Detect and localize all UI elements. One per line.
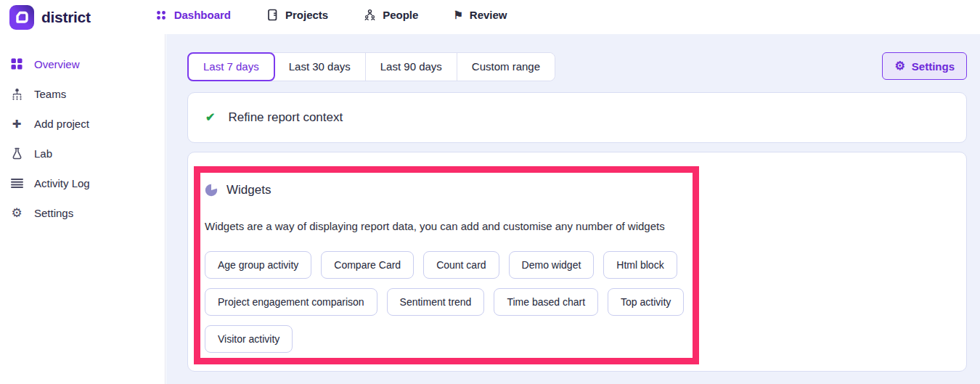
context-card-title: Refine report context — [228, 110, 343, 125]
nav-item-label: People — [383, 9, 418, 21]
widget-button-project-engagement-comparison[interactable]: Project engagement comparison — [205, 288, 377, 316]
nav-item-review[interactable]: ⚑ Review — [453, 9, 507, 21]
org-people-icon — [363, 9, 376, 22]
top-navbar: district Dashboard Projects — [0, 0, 980, 34]
widgets-title: Widgets — [226, 183, 271, 197]
flag-icon: ⚑ — [453, 9, 462, 20]
nav-item-projects[interactable]: Projects — [266, 9, 328, 22]
sidebar-item-label: Lab — [34, 147, 52, 160]
settings-button[interactable]: ⚙ Settings — [882, 52, 967, 80]
widget-button-row: Project engagement comparison Sentiment … — [205, 288, 685, 316]
widgets-card: Widgets Widgets are a way of displaying … — [187, 152, 967, 372]
widget-button-html-block[interactable]: Html block — [603, 251, 677, 279]
sidebar-item-label: Settings — [34, 207, 73, 219]
sidebar-item-label: Add project — [34, 118, 89, 130]
org-tree-icon — [10, 87, 23, 100]
widget-buttons: Age group activity Compare Card Count ca… — [205, 251, 685, 353]
tab-last-7-days[interactable]: Last 7 days — [187, 52, 275, 81]
grid-icon — [10, 57, 23, 70]
sidebar-item-lab[interactable]: Lab — [10, 143, 165, 163]
toolbar: Last 7 days Last 30 days Last 90 days Cu… — [187, 52, 967, 81]
notebook-icon — [266, 9, 279, 22]
sidebar-item-teams[interactable]: Teams — [10, 83, 165, 104]
widget-button-top-activity[interactable]: Top activity — [608, 288, 684, 316]
grid-dots-icon — [155, 9, 168, 22]
widget-button-row: Age group activity Compare Card Count ca… — [205, 251, 685, 279]
plus-icon: ✚ — [10, 117, 23, 130]
sidebar-item-settings[interactable]: ⚙ Settings — [10, 203, 165, 223]
tab-custom-range[interactable]: Custom range — [457, 53, 555, 81]
highlight-rectangle: Widgets Widgets are a way of displaying … — [194, 166, 699, 364]
sidebar-item-add-project[interactable]: ✚ Add project — [10, 113, 165, 134]
tab-last-30-days[interactable]: Last 30 days — [274, 53, 366, 81]
nav-item-label: Dashboard — [174, 9, 231, 21]
sidebar: Overview Teams ✚ Add project Lab — [0, 34, 166, 384]
brand[interactable]: district — [0, 4, 91, 30]
widget-button-age-group-activity[interactable]: Age group activity — [205, 251, 311, 279]
gear-icon: ⚙ — [10, 206, 23, 219]
widget-button-count-card[interactable]: Count card — [423, 251, 499, 279]
settings-button-label: Settings — [912, 60, 955, 73]
sidebar-item-activity-log[interactable]: Activity Log — [10, 173, 165, 193]
sidebar-item-label: Activity Log — [34, 177, 90, 189]
nav-item-label: Review — [470, 9, 507, 21]
nav-items: Dashboard Projects People — [155, 9, 507, 22]
widget-button-visitor-activity[interactable]: Visitor activity — [205, 325, 293, 353]
brand-wordmark: district — [41, 9, 91, 26]
list-icon — [10, 176, 23, 189]
widgets-description: Widgets are a way of displaying report d… — [205, 220, 685, 232]
sidebar-item-overview[interactable]: Overview — [10, 54, 165, 74]
widget-button-demo-widget[interactable]: Demo widget — [509, 251, 595, 279]
district-logo-icon — [9, 4, 35, 30]
pie-chart-icon — [205, 184, 218, 197]
main-content: Last 7 days Last 30 days Last 90 days Cu… — [166, 34, 980, 384]
widget-button-sentiment-trend[interactable]: Sentiment trend — [387, 288, 485, 316]
flask-icon — [10, 147, 23, 160]
widget-button-row: Visitor activity — [205, 325, 685, 353]
widget-button-time-based-chart[interactable]: Time based chart — [494, 288, 598, 316]
tab-last-90-days[interactable]: Last 90 days — [366, 53, 457, 81]
date-range-tabs: Last 7 days Last 30 days Last 90 days Cu… — [187, 52, 555, 81]
widgets-header: Widgets — [205, 179, 685, 197]
sidebar-item-label: Teams — [34, 88, 66, 100]
nav-item-label: Projects — [285, 9, 328, 21]
refine-report-context-card[interactable]: ✔ Refine report context — [187, 92, 967, 143]
sidebar-item-label: Overview — [34, 58, 80, 70]
gear-icon: ⚙ — [894, 60, 905, 72]
check-icon: ✔ — [205, 112, 215, 123]
nav-item-people[interactable]: People — [363, 9, 418, 22]
widget-button-compare-card[interactable]: Compare Card — [321, 251, 414, 279]
nav-item-dashboard[interactable]: Dashboard — [155, 9, 231, 22]
